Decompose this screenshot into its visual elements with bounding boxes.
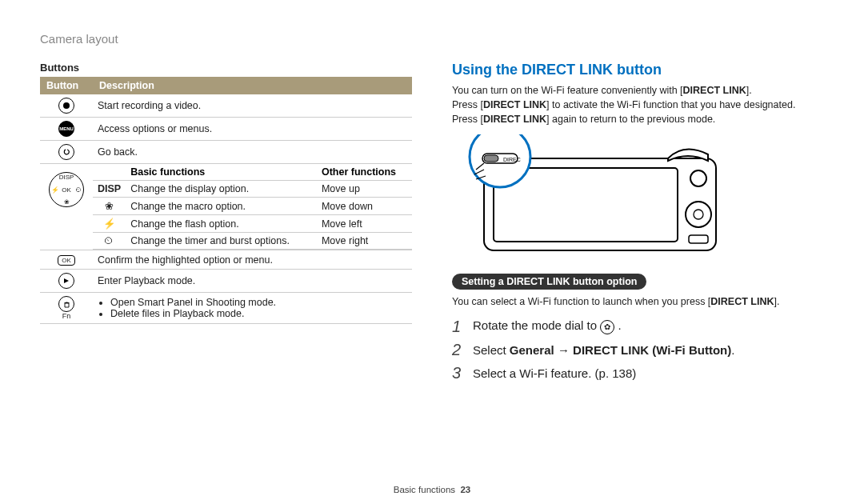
desc-menu: Access options or menus. [93,118,412,141]
macro-basic: Change the macro option. [126,198,317,215]
ok-icon: OK [58,255,75,266]
page-footer: Basic functions 23 [0,485,864,494]
settings-mode-icon: ✿ [600,320,614,334]
disp-icon: DISP [93,181,126,198]
table-row: MENU Access options or menus. [40,118,412,141]
step-2: 2 Select General → DIRECT LINK (Wi-Fi Bu… [452,341,824,359]
disp-other: Move up [317,181,412,198]
disp-basic: Change the display option. [126,181,317,198]
step-3: 3 Select a Wi-Fi feature. (p. 138) [452,364,824,382]
direct-link-title: Using the DIRECT LINK button [452,62,824,78]
table-row: Start recording a video. [40,94,412,118]
th-description: Description [93,77,412,94]
direc-label-text: DIREC [503,157,521,162]
th-other-functions: Other functions [317,164,412,181]
nav-functions-table: Basic functions Other functions DISP Cha… [93,164,412,250]
buttons-section-label: Buttons [40,62,412,74]
flash-other: Move left [317,215,412,233]
timer-icon: ⏲ [93,233,126,250]
desc-record: Start recording a video. [93,94,412,118]
content-columns: Buttons Button Description Start recordi… [40,62,824,387]
macro-other: Move down [317,198,412,215]
trash-icon [58,296,74,312]
macro-icon: ❀ [93,198,126,215]
step-1: 1 Rotate the mode dial to ✿ . [452,318,824,336]
table-row: Fn Open Smart Panel in Shooting mode. De… [40,293,412,324]
back-icon [58,144,74,160]
fn-item-2: Delete files in Playback mode. [110,308,407,319]
setting-option-pill: Setting a DIRECT LINK button option [452,274,646,290]
steps-list: 1 Rotate the mode dial to ✿ . 2 Select G… [452,318,824,382]
table-row: Enter Playback mode. [40,270,412,293]
setting-option-paragraph: You can select a Wi-Fi function to launc… [452,294,824,309]
nav-wheel-icon: DISP ❀ ⚡ ⏲ OK [49,172,84,207]
flash-basic: Change the flash option. [126,215,317,233]
flash-icon: ⚡ [93,215,126,233]
desc-playback: Enter Playback mode. [93,270,412,293]
timer-basic: Change the timer and burst options. [126,233,317,250]
fn-label: Fn [45,312,88,320]
direct-link-paragraph: You can turn on the Wi-Fi feature conven… [452,83,824,126]
desc-ok: Confirm the highlighted option or menu. [93,250,412,270]
th-basic-functions: Basic functions [126,164,317,181]
buttons-table: Button Description Start recording a vid… [40,77,412,324]
camera-illustration: DIREC [452,134,732,262]
th-button: Button [40,77,93,94]
table-row: DISP ❀ ⚡ ⏲ OK Basic functions Other func… [40,164,412,250]
right-column: Using the DIRECT LINK button You can tur… [452,62,824,387]
desc-back: Go back. [93,141,412,164]
fn-item-1: Open Smart Panel in Shooting mode. [110,297,407,308]
timer-other: Move right [317,233,412,250]
svg-rect-8 [484,155,498,162]
fn-list: Open Smart Panel in Shooting mode. Delet… [98,297,407,319]
record-icon [58,98,74,114]
menu-icon: MENU [58,121,74,137]
left-column: Buttons Button Description Start recordi… [40,62,412,387]
page-header: Camera layout [40,32,824,46]
table-row: Go back. [40,141,412,164]
playback-icon [58,273,74,289]
table-row: OK Confirm the highlighted option or men… [40,250,412,270]
